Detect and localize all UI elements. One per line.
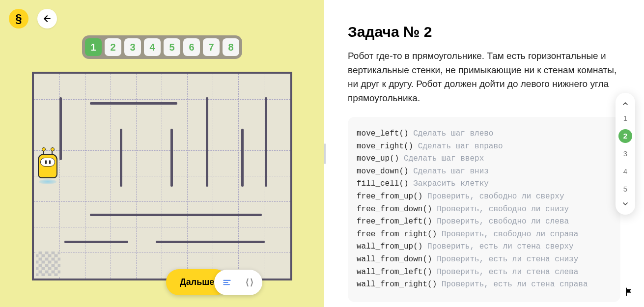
command-desc: Сделать шаг вниз xyxy=(413,167,489,176)
back-button[interactable] xyxy=(37,9,57,28)
grid-line xyxy=(34,150,290,151)
tab-3[interactable]: 3 xyxy=(124,38,141,56)
command-row: wall_from_up() Проверить, есть ли стена … xyxy=(357,241,612,253)
grid-line xyxy=(34,227,290,227)
command-desc: Проверить, свободно ли справа xyxy=(442,230,578,239)
wall xyxy=(156,241,265,243)
command-row: wall_from_right() Проверить, есть ли сте… xyxy=(357,279,612,291)
test-tabs: 1 2 3 4 5 6 7 8 xyxy=(82,35,242,59)
robot-body xyxy=(38,154,57,178)
command-desc: Проверить, есть ли стена снизу xyxy=(437,255,578,264)
commands-panel: move_left() Сделать шаг влево move_right… xyxy=(348,117,620,302)
command-name: wall_from_left() xyxy=(357,268,432,277)
grid-line xyxy=(187,74,188,279)
command-name: move_down() xyxy=(357,167,409,176)
maze-grid xyxy=(34,74,290,279)
wall xyxy=(59,97,62,160)
command-row: wall_from_left() Проверить, есть ли стен… xyxy=(357,266,612,279)
left-panel: § 1 2 3 4 5 6 7 8 xyxy=(0,0,324,307)
wall xyxy=(64,241,128,243)
command-desc: Проверить, свободно ли снизу xyxy=(437,205,569,214)
command-desc: Проверить, есть ли стена справа xyxy=(442,280,588,289)
command-row: fill_cell() Закрасить клетку xyxy=(357,178,612,191)
grid-line xyxy=(85,74,85,279)
command-name: fill_cell() xyxy=(357,179,409,188)
command-row: free_from_right() Проверить, свободно ли… xyxy=(357,228,612,241)
wall xyxy=(170,129,173,187)
wall xyxy=(90,102,177,105)
resize-handle[interactable] xyxy=(324,143,326,164)
command-name: move_right() xyxy=(357,142,413,151)
command-row: free_from_down() Проверить, свободно ли … xyxy=(357,203,612,216)
tab-7[interactable]: 7 xyxy=(203,38,220,56)
robot-eye xyxy=(49,160,51,164)
arrow-left-icon xyxy=(42,14,52,24)
task-title: Задача № 2 xyxy=(348,24,620,40)
command-desc: Сделать шаг вправо xyxy=(418,142,503,151)
nav-item-1[interactable]: 1 xyxy=(618,112,632,125)
command-desc: Сделать шаг вверх xyxy=(404,154,484,163)
app-container: § 1 2 3 4 5 6 7 8 xyxy=(0,0,644,307)
wall xyxy=(90,214,262,216)
grid-line xyxy=(34,201,290,202)
problem-navigator: 1 2 3 4 5 xyxy=(616,93,635,215)
command-name: move_left() xyxy=(357,129,409,138)
flag-icon xyxy=(624,287,634,297)
nav-down-button[interactable] xyxy=(618,199,633,209)
command-desc: Сделать шаг влево xyxy=(413,129,493,138)
command-name: wall_from_right() xyxy=(357,280,437,289)
command-desc: Проверить, свободно ли сверху xyxy=(427,192,564,201)
command-desc: Проверить, есть ли стена слева xyxy=(437,268,578,277)
chevron-down-icon xyxy=(621,200,629,208)
command-name: free_from_right() xyxy=(357,230,437,239)
code-icon xyxy=(245,278,254,287)
tab-5[interactable]: 5 xyxy=(164,38,180,56)
command-row: move_down() Сделать шаг вниз xyxy=(357,166,612,178)
command-desc: Проверить, свободно ли слева xyxy=(437,217,569,226)
command-name: wall_from_down() xyxy=(357,255,432,264)
command-name: move_up() xyxy=(357,154,399,163)
command-row: free_from_left() Проверить, свободно ли … xyxy=(357,216,612,228)
grid-line xyxy=(34,125,290,125)
grid-line xyxy=(34,252,290,253)
right-panel: Задача № 2 Робот где-то в прямоугольнике… xyxy=(324,0,644,307)
robot-shadow xyxy=(39,179,56,184)
command-row: wall_from_down() Проверить, есть ли стен… xyxy=(357,253,612,266)
target-cell xyxy=(36,251,60,276)
tab-2[interactable]: 2 xyxy=(105,38,121,56)
robot xyxy=(37,145,58,184)
nav-up-button[interactable] xyxy=(618,99,633,109)
maze-container xyxy=(32,72,292,280)
view-code-button[interactable] xyxy=(239,272,260,293)
logo[interactable]: § xyxy=(9,9,28,28)
grid-line xyxy=(264,74,264,279)
nav-item-4[interactable]: 4 xyxy=(618,165,632,178)
command-name: free_from_left() xyxy=(357,217,432,226)
wall xyxy=(241,129,244,187)
flag-button[interactable] xyxy=(623,286,635,298)
command-row: move_right() Сделать шаг вправо xyxy=(357,140,612,153)
nav-item-5[interactable]: 5 xyxy=(618,182,632,196)
grid-line xyxy=(238,74,239,279)
tab-6[interactable]: 6 xyxy=(183,38,200,56)
nav-item-3[interactable]: 3 xyxy=(618,147,632,161)
command-name: wall_from_up() xyxy=(357,242,422,251)
grid-line xyxy=(213,74,213,279)
command-name: free_from_up() xyxy=(357,192,422,201)
text-icon xyxy=(222,278,232,287)
grid-line xyxy=(34,176,290,176)
command-desc: Проверить, есть ли стена сверху xyxy=(427,242,574,251)
chevron-up-icon xyxy=(621,100,629,108)
tab-4[interactable]: 4 xyxy=(144,38,161,56)
robot-eye xyxy=(45,160,47,164)
tab-8[interactable]: 8 xyxy=(223,38,239,56)
tab-1[interactable]: 1 xyxy=(85,38,102,56)
command-desc: Закрасить клетку xyxy=(413,179,489,188)
wall xyxy=(120,129,122,187)
top-bar: § xyxy=(9,9,315,28)
view-toggle xyxy=(214,270,262,295)
nav-item-2[interactable]: 2 xyxy=(618,129,632,143)
command-row: free_from_up() Проверить, свободно ли св… xyxy=(357,191,612,203)
view-text-button[interactable] xyxy=(216,272,238,293)
command-name: free_from_down() xyxy=(357,205,432,214)
